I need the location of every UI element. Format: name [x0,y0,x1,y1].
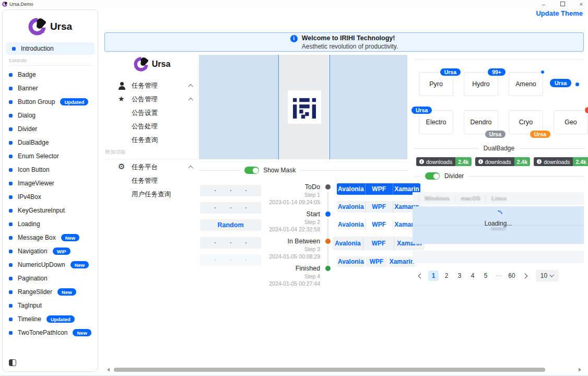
menu-item-icon [118,95,126,103]
ipv4-input[interactable] [200,254,261,266]
timeline-step-name: Step 3 [261,245,320,253]
sidebar-item[interactable]: Pagination [3,272,98,285]
sidebar-item-label: TagInput [18,302,42,309]
divider-line [199,170,240,171]
sidebar-item[interactable]: RangeSlider New [3,285,98,299]
sidebar-logo: Ursa [3,16,98,37]
divider-line [414,148,478,149]
sidebar-item[interactable]: Enum Selector [3,149,98,163]
avalonia-button[interactable]: Avalonia [337,201,365,213]
menu-item[interactable]: 公告设置 [104,106,199,120]
minimize-button[interactable]: – [540,0,547,8]
menu-item[interactable]: 公告处理 [104,120,199,133]
page-button[interactable]: 2 [441,271,452,281]
sidebar-item-introduction[interactable]: Introduction [6,42,95,55]
avalonia-button[interactable]: Avalonia [337,219,365,230]
loading-background-text: Stretch [491,226,506,231]
sidebar-item[interactable]: Button Group Updated [3,95,98,109]
next-page-button[interactable] [520,271,530,281]
scroll-left-arrow-icon[interactable] [107,368,110,372]
sidebar-item[interactable]: KeyGestureInput [3,204,98,217]
menu-item[interactable]: 公告管理 [104,92,199,106]
scroll-right-arrow-icon[interactable] [579,368,581,372]
menu-item-icon [118,163,126,171]
avalonia-button[interactable]: Avalonia [337,256,365,267]
status-badge: New [57,288,76,296]
menu-item[interactable]: 用户任务查询 [104,187,199,201]
page-button[interactable]: 1 [428,271,439,281]
page-button[interactable]: 3 [454,271,465,281]
menu-item[interactable]: 任务查询 [104,133,199,147]
page-size-value: 10 [540,272,547,279]
sidebar-item-label: Icon Button [18,166,50,173]
divider-toggle[interactable] [425,172,440,180]
page-button[interactable]: 5 [480,271,491,281]
sidebar-item[interactable]: TagInput [3,299,98,312]
ipv4-input[interactable] [200,185,261,196]
page-button[interactable]: ⋯ [493,271,504,281]
info-icon: i [478,159,483,164]
avalonia-button[interactable]: Avalonia [337,183,365,195]
menu-item[interactable]: 任务管理 [104,79,199,92]
image-viewer[interactable] [199,55,407,159]
ipv4-box-list-top [200,185,261,214]
sidebar-item[interactable]: Navigation WIP [3,244,98,258]
sidebar-collapse-icon[interactable] [9,359,16,366]
badge: Ursa [484,130,507,139]
scrollbar-thumb[interactable] [114,368,545,372]
badge-card-label: Electro [426,119,446,126]
update-theme-button[interactable]: Update Theme [536,9,583,17]
timeline-step: Start Step 2 2024-01-04 22:32:58 [261,210,332,237]
loading-masked-bar: Windows macOS Linux [413,192,584,205]
badge-card-label: Pyro [429,80,443,88]
badge [540,70,545,74]
wpf-button[interactable]: WPF [365,219,393,230]
sidebar-item[interactable]: Banner [3,81,98,95]
page-button[interactable]: 4 [467,271,478,281]
wpf-button[interactable]: WPF [366,256,387,267]
sidebar-item[interactable]: Badge [3,68,98,81]
button-group: Avalonia WPF Xamarin [337,256,415,267]
ipv4-input[interactable] [200,202,261,214]
page-button[interactable]: 60 [507,271,517,281]
chevron-down-icon [550,273,554,277]
sidebar-item[interactable]: Icon Button [3,163,98,177]
previous-page-button[interactable] [415,271,426,281]
sidebar-item[interactable]: Timeline Updated [3,312,98,326]
timeline-step: In Between Step 3 2024-01-05 00:08:29 [261,237,332,264]
wpf-button[interactable]: WPF [365,201,393,213]
wpf-button[interactable]: WPF [363,237,394,250]
avalonia-button[interactable]: Avalonia [333,237,363,250]
menu-item[interactable]: 任务平台 [104,160,199,174]
sidebar-item[interactable]: ImageViewer [3,177,98,190]
xamarin-button[interactable]: Xamarin [389,256,415,267]
sidebar-item[interactable]: IPv4Box [3,190,98,204]
horizontal-scrollbar[interactable] [102,367,588,373]
close-button[interactable]: × [578,0,585,8]
page-size-select[interactable]: 10 [536,270,559,281]
random-button[interactable]: Random [200,219,261,231]
ipv4-separator-dot [245,260,246,261]
menu-item[interactable]: 附加功能 [104,148,199,159]
divider-line [414,176,420,177]
menu-item-label: 用户任务查询 [132,190,199,199]
sidebar-item[interactable]: TwoTonePathIcon New [3,326,98,339]
menu-item[interactable]: 任务管理 [104,174,199,187]
sidebar-item[interactable]: Divider [3,122,98,136]
sidebar-item[interactable]: DualBadge [3,136,98,149]
info-icon: i [419,159,424,164]
timeline-step-title: In Between [261,237,320,245]
sidebar-item[interactable]: NumericUpDown New [3,258,98,272]
sidebar: Ursa Introduction Controls Badge Banner [2,9,98,372]
maximize-button[interactable] [559,0,566,8]
sidebar-item[interactable]: Message Box New [3,231,98,244]
sidebar-item[interactable]: Dialog [3,109,98,122]
ipv4-input[interactable] [200,237,261,249]
timeline-step: ToDo Step 1 2023-01-14 09:24:05 [261,183,332,210]
wpf-button[interactable]: WPF [365,183,393,195]
sidebar-item[interactable]: Loading [3,217,98,231]
button-group: Avalonia WPF Xamarin [337,201,420,213]
show-mask-toggle[interactable] [244,167,259,174]
status-badge: New [73,329,91,336]
divider-demo-row: Divider [414,172,584,180]
